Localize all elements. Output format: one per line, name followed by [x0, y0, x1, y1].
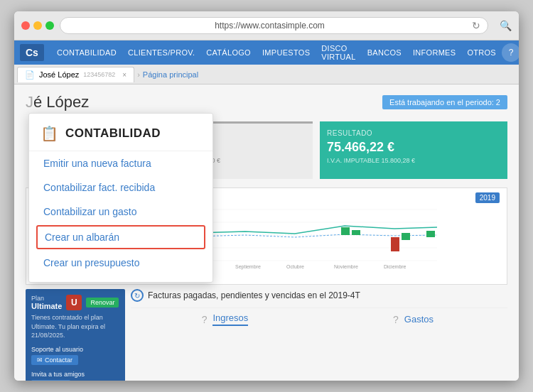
gastos-question-icon: ?: [393, 314, 399, 325]
dropdown-item-contabilizar-gasto[interactable]: Contabilizar un gasto: [29, 200, 212, 224]
app-content: Cs CONTABILIDAD CLIENTES/PROV. CATÁLOGO …: [14, 40, 519, 381]
dropdown-header: 📋 CONTABILIDAD: [29, 121, 212, 151]
invite-label: Invita a tus amigos: [31, 371, 119, 378]
close-traffic-light[interactable]: [21, 21, 30, 30]
gastos-tab-label: Gastos: [404, 314, 434, 325]
traffic-lights: [21, 21, 54, 30]
address-text: https://www.contasimple.com: [68, 21, 472, 31]
svg-rect-14: [426, 231, 435, 237]
cs-logo[interactable]: Cs: [20, 44, 44, 61]
tab-bar: 📄 José López 123456782 × › Página princi…: [14, 65, 519, 85]
plan-label: Plan: [31, 295, 62, 302]
chart-year-btn[interactable]: 2019: [475, 192, 500, 203]
invite-button[interactable]: 👥 Invitar: [31, 380, 70, 381]
svg-rect-10: [341, 227, 350, 235]
resultado-card: RESULTADO 75.466,22 € I.V.A. IMPUTABLE 1…: [320, 121, 507, 179]
tab-page-link[interactable]: Página principal: [143, 70, 198, 79]
nav-catalogo[interactable]: CATÁLOGO: [200, 40, 257, 65]
dropdown-item-crear-albaran[interactable]: Crear un albarán: [36, 225, 205, 249]
tab-jose-lopez[interactable]: 📄 José López 123456782 ×: [17, 67, 134, 82]
svg-rect-12: [391, 237, 399, 251]
nav-informes[interactable]: INFORMES: [407, 40, 461, 65]
nav-disco-virtual[interactable]: DISCO VIRTUAL: [316, 40, 361, 65]
dropdown-item-crear-presupuesto[interactable]: Crear un presupuesto: [29, 251, 212, 275]
email-icon: ✉: [37, 356, 43, 364]
dropdown-header-icon: 📋: [41, 125, 58, 142]
breadcrumb-separator: ›: [137, 70, 140, 79]
tab-document-icon: 📄: [25, 70, 35, 80]
resultado-value: 75.466,22 €: [327, 140, 500, 155]
dropdown-header-title: CONTABILIDAD: [65, 126, 161, 141]
facturas-tab-gastos[interactable]: ? Gastos: [319, 308, 507, 330]
bottom-section: Plan Ultimate U Renovar Tienes contratad…: [26, 289, 507, 381]
facturas-title: Facturas pagadas, pendientes y vencidas …: [148, 290, 360, 300]
nav-contabilidad[interactable]: CONTABILIDAD: [51, 40, 122, 65]
page-title: Jé López: [26, 93, 89, 111]
ingresos-question-icon: ?: [202, 314, 208, 325]
plan-name: Ultimate: [31, 302, 62, 310]
svg-text:Septiembre: Septiembre: [235, 264, 261, 270]
tab-close-icon[interactable]: ×: [122, 71, 126, 79]
plan-section: Plan Ultimate U Renovar: [31, 295, 119, 310]
svg-text:Noviembre: Noviembre: [334, 264, 358, 269]
resultado-label: RESULTADO: [327, 129, 500, 137]
facturas-tabs: ? Ingresos ? Gastos: [131, 307, 507, 330]
renew-button[interactable]: Renovar: [86, 298, 119, 307]
nav-right: ? J: [502, 43, 519, 62]
ingresos-tab-label: Ingresos: [212, 312, 248, 326]
page-header: Jé López Está trabajando en el periodo: …: [26, 93, 507, 111]
refresh-icon[interactable]: ↻: [472, 20, 480, 31]
plan-icon: U: [66, 295, 82, 310]
search-icon[interactable]: 🔍: [500, 20, 512, 31]
svg-rect-13: [402, 233, 410, 240]
facturas-section: ↻ Facturas pagadas, pendientes y vencida…: [131, 289, 507, 381]
top-nav: Cs CONTABILIDAD CLIENTES/PROV. CATÁLOGO …: [14, 40, 519, 65]
period-badge: Está trabajando en el periodo: 2: [382, 95, 507, 109]
facturas-tab-ingresos[interactable]: ? Ingresos: [131, 308, 319, 330]
browser-titlebar: https://www.contasimple.com ↻ 🔍: [14, 11, 519, 40]
plan-info: Tienes contratado el plan Ultimate. Tu p…: [31, 313, 119, 340]
tab-user-name: José López: [39, 70, 79, 79]
maximize-traffic-light[interactable]: [45, 21, 54, 30]
svg-text:Diciembre: Diciembre: [384, 264, 407, 269]
help-button[interactable]: ?: [502, 43, 519, 62]
nav-clientes[interactable]: CLIENTES/PROV.: [122, 40, 200, 65]
contact-button[interactable]: ✉ Contactar: [31, 355, 78, 365]
main-area: Jé López Está trabajando en el periodo: …: [14, 85, 519, 381]
resultado-iva: I.V.A. IMPUTABLE 15.800,28 €: [327, 157, 500, 164]
nav-bancos[interactable]: BANCOS: [362, 40, 407, 65]
support-label: Soporte al usuario: [31, 346, 119, 353]
nav-otros[interactable]: OTROS: [461, 40, 502, 65]
svg-rect-11: [352, 230, 360, 235]
browser-window: https://www.contasimple.com ↻ 🔍 Cs CONTA…: [14, 11, 519, 381]
facturas-spinner-icon: ↻: [131, 289, 144, 302]
address-bar[interactable]: https://www.contasimple.com ↻: [60, 17, 488, 34]
tab-user-id: 123456782: [83, 71, 115, 78]
left-panel: Plan Ultimate U Renovar Tienes contratad…: [26, 289, 125, 381]
dropdown-item-contabilizar-recibida[interactable]: Contabilizar fact. recibida: [29, 175, 212, 200]
facturas-title-row: ↻ Facturas pagadas, pendientes y vencida…: [131, 289, 507, 302]
dropdown-menu: 📋 CONTABILIDAD Emitir una nueva factura …: [28, 113, 213, 283]
dropdown-item-emitir-factura[interactable]: Emitir una nueva factura: [29, 151, 212, 175]
svg-text:Octubre: Octubre: [286, 264, 304, 269]
minimize-traffic-light[interactable]: [33, 21, 42, 30]
nav-impuestos[interactable]: IMPUESTOS: [257, 40, 316, 65]
